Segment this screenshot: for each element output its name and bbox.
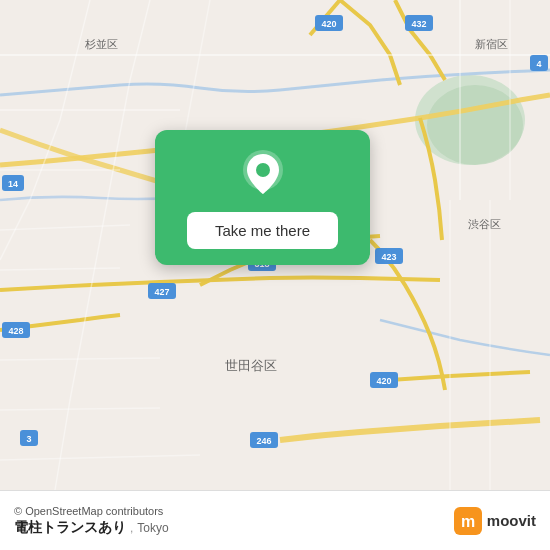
svg-text:3: 3 [26, 434, 31, 444]
svg-text:427: 427 [154, 287, 169, 297]
svg-text:432: 432 [411, 19, 426, 29]
location-card: Take me there [155, 130, 370, 265]
moovit-logo: m moovit [454, 507, 536, 535]
svg-text:246: 246 [256, 436, 271, 446]
location-info: © OpenStreetMap contributors 電柱トランスあり , … [14, 505, 169, 537]
moovit-logo-icon: m [454, 507, 482, 535]
svg-text:428: 428 [8, 326, 23, 336]
svg-text:杉並区: 杉並区 [84, 38, 118, 50]
svg-point-42 [256, 163, 270, 177]
moovit-text: moovit [487, 512, 536, 529]
svg-text:14: 14 [8, 179, 18, 189]
svg-text:渋谷区: 渋谷区 [468, 218, 501, 230]
osm-attribution: © OpenStreetMap contributors [14, 505, 163, 517]
svg-text:420: 420 [321, 19, 336, 29]
svg-text:420: 420 [376, 376, 391, 386]
bottom-bar: © OpenStreetMap contributors 電柱トランスあり , … [0, 490, 550, 550]
svg-text:世田谷区: 世田谷区 [225, 358, 277, 373]
map-container: 14 420 432 4 427 318 423 428 420 246 3 [0, 0, 550, 490]
location-city: Tokyo [137, 521, 168, 535]
svg-text:423: 423 [381, 252, 396, 262]
svg-text:m: m [461, 513, 475, 530]
svg-point-2 [427, 85, 523, 165]
svg-text:4: 4 [536, 59, 541, 69]
location-name: 電柱トランスあり [14, 519, 126, 537]
take-me-there-button[interactable]: Take me there [187, 212, 338, 249]
pin-icon [237, 148, 289, 200]
svg-text:新宿区: 新宿区 [475, 38, 508, 50]
